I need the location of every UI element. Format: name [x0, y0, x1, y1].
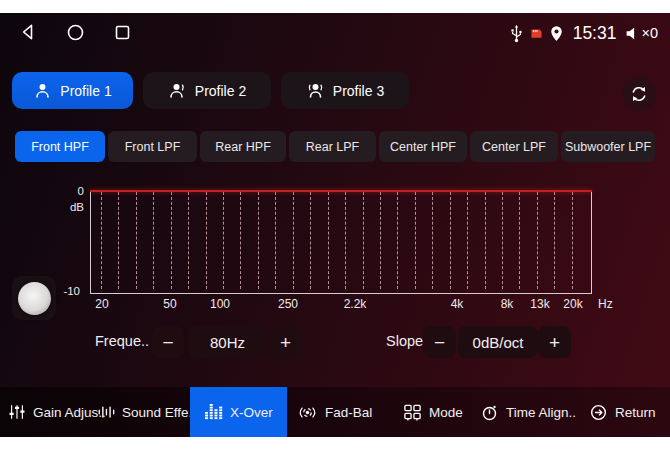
x-tick-label: 20	[95, 297, 108, 311]
volume-status: ×0	[625, 25, 658, 41]
gridline	[223, 192, 224, 289]
slope-minus-button[interactable]: −	[423, 326, 456, 358]
frequency-label: Freque..	[95, 333, 149, 349]
gridline	[153, 192, 154, 289]
gridline	[275, 192, 276, 289]
crossover-bars-icon	[204, 404, 223, 421]
app-background: 15:31 ×0	[0, 13, 670, 437]
tab-profile-2[interactable]: Profile 2	[143, 72, 271, 109]
refresh-icon	[629, 84, 649, 104]
clock: 15:31	[573, 23, 617, 44]
tab-center-hpf[interactable]: Center HPF	[379, 131, 467, 162]
reset-button[interactable]	[622, 77, 656, 111]
slope-plus-button[interactable]: +	[538, 326, 571, 358]
person-plus-icon	[168, 82, 187, 99]
home-button[interactable]	[65, 22, 85, 42]
filter-label: Front LPF	[125, 140, 181, 154]
plot-gridlines	[91, 190, 591, 293]
nav-label: Gain Adjus..	[33, 405, 106, 420]
back-icon	[19, 23, 37, 41]
gridline	[380, 192, 381, 289]
tab-rear-lpf[interactable]: Rear LPF	[289, 131, 376, 162]
gridline	[363, 192, 364, 289]
profile-tabs: Profile 1 Profile 2	[12, 72, 409, 109]
filter-label: Front HPF	[31, 140, 89, 154]
nav-time-align[interactable]: Time Align..	[480, 387, 576, 437]
tab-rear-hpf[interactable]: Rear HPF	[200, 131, 286, 162]
x-tick-label: 20k	[563, 297, 582, 311]
tab-center-lpf[interactable]: Center LPF	[470, 131, 558, 162]
gridline	[328, 192, 329, 289]
y-axis-bottom-label: -10	[54, 285, 80, 297]
equalizer-icon	[97, 403, 115, 421]
gridline	[240, 192, 241, 289]
volume-muted-icon	[625, 26, 640, 41]
nav-fad-bal[interactable]: Fad-Bal	[297, 387, 372, 437]
status-icons: 15:31 ×0	[509, 21, 658, 45]
nav-label: Time Align..	[506, 405, 576, 420]
x-axis-ticks: 20501002502.2k4k8k13k20k	[90, 297, 590, 312]
fader-balance-icon	[297, 403, 318, 422]
person-group-icon	[306, 82, 325, 99]
frequency-value: 80Hz	[188, 326, 267, 358]
filter-label: Rear HPF	[215, 140, 271, 154]
crossover-filter-tabs: Front HPF Front LPF Rear HPF Rear LPF Ce…	[15, 131, 655, 162]
nav-label: Fad-Bal	[325, 405, 372, 420]
response-curve	[90, 190, 592, 192]
status-bar: 15:31 ×0	[0, 13, 670, 53]
nav-mode[interactable]: Mode	[403, 387, 463, 437]
gridline	[258, 192, 259, 289]
gridline	[118, 192, 119, 289]
android-nav-bar	[18, 22, 132, 42]
return-arrow-icon	[589, 403, 608, 422]
gridline	[310, 192, 311, 289]
home-icon	[66, 23, 85, 42]
knob-icon	[18, 282, 51, 315]
gridline	[415, 192, 416, 289]
location-icon	[549, 25, 564, 42]
back-button[interactable]	[18, 22, 38, 42]
nav-label: Return	[615, 405, 656, 420]
profile-label: Profile 1	[60, 83, 111, 99]
gridline	[572, 192, 573, 289]
nav-x-over[interactable]: X-Over	[190, 387, 287, 437]
gridline	[554, 192, 555, 289]
gridline	[293, 192, 294, 289]
gain-sliders-icon	[8, 403, 26, 421]
gridline	[101, 192, 102, 289]
recents-button[interactable]	[112, 22, 132, 42]
gridline	[450, 192, 451, 289]
x-tick-label: 50	[163, 297, 176, 311]
frequency-minus-button[interactable]: −	[152, 326, 184, 358]
nav-gain-adjust[interactable]: Gain Adjus..	[8, 387, 106, 437]
recents-icon	[114, 24, 131, 41]
gridline	[519, 192, 520, 289]
nav-label: Sound Effe..	[122, 405, 196, 420]
tab-profile-3[interactable]: Profile 3	[281, 72, 409, 109]
nav-label: Mode	[429, 405, 463, 420]
gridline	[502, 192, 503, 289]
nav-return[interactable]: Return	[589, 387, 656, 437]
profile-label: Profile 2	[195, 83, 246, 99]
filter-label: Center HPF	[390, 140, 456, 154]
tab-front-lpf[interactable]: Front LPF	[108, 131, 197, 162]
filter-label: Rear LPF	[306, 140, 360, 154]
adjust-knob-button[interactable]	[12, 276, 56, 320]
tab-front-hpf[interactable]: Front HPF	[15, 131, 105, 162]
frequency-plus-button[interactable]: +	[270, 326, 301, 358]
x-axis-unit-label: Hz	[598, 297, 613, 311]
x-tick-label: 4k	[451, 297, 464, 311]
nav-sound-effects[interactable]: Sound Effe..	[97, 387, 196, 437]
x-tick-label: 8k	[501, 297, 514, 311]
sd-card-icon	[530, 28, 543, 39]
tab-profile-1[interactable]: Profile 1	[12, 72, 133, 109]
tab-subwoofer-lpf[interactable]: Subwoofer LPF	[561, 131, 655, 162]
gridline	[537, 192, 538, 289]
filter-label: Center LPF	[482, 140, 546, 154]
gridline	[345, 192, 346, 289]
screenshot-root: 15:31 ×0	[0, 0, 670, 453]
gridline	[397, 192, 398, 289]
gridline	[206, 192, 207, 289]
y-axis-unit-label: dB	[58, 201, 84, 213]
y-axis-top-label: 0	[58, 185, 84, 197]
